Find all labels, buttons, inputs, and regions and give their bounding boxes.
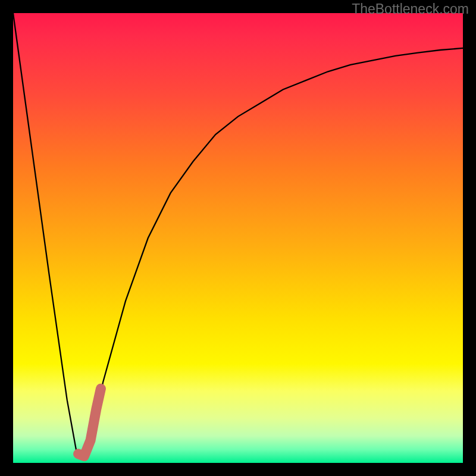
watermark-text: TheBottleneck.com	[352, 1, 469, 17]
chart-gradient-area	[13, 13, 463, 463]
